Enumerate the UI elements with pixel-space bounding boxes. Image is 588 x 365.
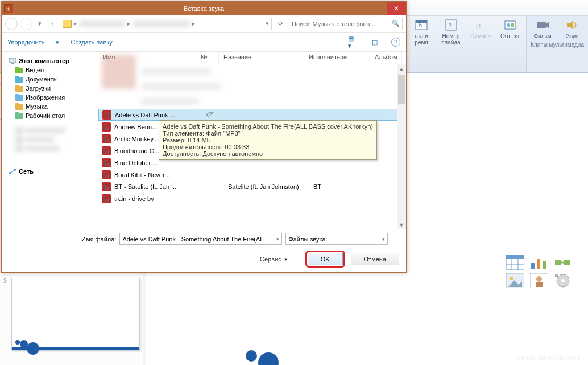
folder-icon <box>15 112 23 119</box>
filename-label: Имя файла: <box>81 236 116 243</box>
music-file-icon <box>102 146 111 155</box>
organize-menu[interactable]: Упорядочить <box>7 39 44 46</box>
file-row[interactable]: Boral Kibil - Never ... <box>98 169 406 181</box>
insert-sound-dialog: ⊞ Вставка звука ✕ ← → ▾ ↑ ▸ ▸ ▸ ▾ ⟳ 🔍 Уп… <box>1 1 407 273</box>
column-number[interactable]: № <box>196 52 219 64</box>
ribbon-movie-button[interactable]: Фильм <box>530 18 555 39</box>
folder-icon <box>63 20 72 28</box>
filename-combo[interactable]: Adele vs Daft Punk - Something About The… <box>119 233 282 245</box>
music-file-icon <box>102 122 111 132</box>
sidebar-item[interactable]: Документы <box>5 75 94 84</box>
svg-rect-9 <box>537 22 546 28</box>
file-name: Boral Kibil - Never ... <box>114 171 205 178</box>
file-name: Blue October ... <box>114 159 205 166</box>
preview-pane-button[interactable]: ◫ <box>370 37 380 47</box>
refresh-button[interactable]: ⟳ <box>274 18 287 30</box>
slide-thumbnail[interactable] <box>11 278 140 351</box>
sidebar-item[interactable]: Музыка <box>5 102 94 111</box>
sidebar-item[interactable]: Изображения <box>5 93 94 102</box>
svg-marker-11 <box>567 20 573 30</box>
svg-rect-40 <box>15 94 19 96</box>
breadcrumb-sep: ▸ <box>74 20 77 27</box>
ok-button[interactable]: OK <box>308 253 343 265</box>
file-name: BT - Satelite (ft. Jan ... <box>114 183 205 190</box>
folder-icon <box>15 103 23 110</box>
file-list: Имя № Название Исполнители Альбом Adele … <box>98 52 406 229</box>
svg-rect-34 <box>15 67 19 69</box>
column-album[interactable]: Альбом <box>370 52 402 64</box>
dialog-titlebar: ⊞ Вставка звука ✕ <box>2 2 406 15</box>
svg-point-7 <box>507 23 510 27</box>
file-tooltip: Adele vs Daft Punk - Something About The… <box>159 120 377 160</box>
search-box[interactable]: 🔍 <box>289 18 403 30</box>
address-bar[interactable]: ▸ ▸ ▸ ▾ <box>60 18 272 30</box>
sidebar: Этот компьютер ВидеоДокументыЗагрузкиИзо… <box>2 52 98 229</box>
ribbon-symbol-button[interactable]: Ω Символ <box>468 18 493 46</box>
folder-icon <box>15 76 23 83</box>
sidebar-computer[interactable]: Этот компьютер <box>5 56 94 65</box>
nav-history-button[interactable]: ▾ <box>35 19 45 29</box>
folder-icon <box>15 85 23 92</box>
search-input[interactable] <box>292 20 392 27</box>
svg-text:5: 5 <box>419 22 422 28</box>
ribbon-slidenumber-button[interactable]: # Номер слайда <box>438 18 463 46</box>
close-button[interactable]: ✕ <box>387 2 406 15</box>
sidebar-item-label: Документы <box>26 76 58 83</box>
nav-back-button[interactable]: ← <box>5 18 18 30</box>
sidebar-item[interactable]: Загрузки <box>5 84 94 93</box>
list-scrollbar[interactable]: ▲ ▼ <box>397 64 406 229</box>
view-mode-button[interactable]: ▤ ▾ <box>348 37 358 47</box>
svg-rect-17 <box>531 263 535 269</box>
music-file-icon <box>102 158 111 167</box>
svg-point-26 <box>536 276 542 282</box>
content-icon-picture[interactable] <box>506 273 524 288</box>
sidebar-item-label: Музыка <box>26 103 48 110</box>
service-menu[interactable]: Сервис ▼ <box>260 256 288 263</box>
filetype-combo[interactable]: Файлы звука ▾ <box>285 233 388 245</box>
svg-rect-44 <box>15 112 19 114</box>
column-title[interactable]: Название <box>219 52 304 64</box>
music-file-icon <box>102 110 111 120</box>
ribbon-object-button[interactable]: Объект <box>498 18 523 46</box>
svg-line-47 <box>11 170 14 173</box>
content-icon-smartart[interactable] <box>554 255 572 270</box>
svg-text:Ω: Ω <box>476 23 481 30</box>
filetype-value: Файлы звука <box>288 236 325 243</box>
sidebar-item-label: Изображения <box>26 94 65 101</box>
nav-forward-button[interactable]: → <box>20 18 32 30</box>
svg-text:#: # <box>448 22 452 28</box>
svg-point-23 <box>510 277 513 280</box>
file-name: Adele vs Daft Punk ... <box>115 112 206 118</box>
svg-rect-13 <box>506 255 524 259</box>
file-name: train - drive by <box>114 195 205 202</box>
svg-point-29 <box>561 279 565 282</box>
sidebar-item-label: Рабочий стол <box>26 112 65 119</box>
folder-icon <box>15 67 23 73</box>
cancel-button[interactable]: Отмена <box>351 253 399 265</box>
nav-up-button[interactable]: ↑ <box>47 19 57 29</box>
music-file-icon <box>102 194 111 203</box>
help-button[interactable]: ? <box>391 38 400 47</box>
watermark: FREE-OFFICE.NET <box>517 355 581 362</box>
ribbon-sound-button[interactable]: Звук <box>560 18 585 39</box>
svg-rect-36 <box>15 76 19 78</box>
search-icon: 🔍 <box>392 20 400 27</box>
file-row[interactable]: BT - Satelite (ft. Jan ... Satelite (ft.… <box>98 181 406 192</box>
sidebar-item[interactable]: Видео <box>5 65 94 75</box>
content-icon-clipart[interactable] <box>530 273 548 288</box>
file-row[interactable]: Adele vs Daft Punk ... x?' <box>98 109 406 121</box>
music-file-icon <box>102 170 111 179</box>
svg-rect-31 <box>9 58 16 63</box>
column-artist[interactable]: Исполнители <box>304 52 370 64</box>
svg-rect-42 <box>15 103 19 105</box>
content-icon-table[interactable] <box>506 255 524 270</box>
sidebar-item-label: Загрузки <box>26 85 51 92</box>
content-icon-chart[interactable] <box>530 255 548 270</box>
ribbon-datetime-button[interactable]: 5 ата и ремя <box>409 18 434 46</box>
sidebar-item[interactable]: Рабочий стол <box>5 111 94 120</box>
content-icon-media[interactable] <box>554 273 572 288</box>
sidebar-network[interactable]: Сеть <box>5 167 94 176</box>
dialog-title: Вставка звука <box>184 5 224 12</box>
file-row[interactable]: train - drive by <box>98 192 406 204</box>
newfolder-button[interactable]: Создать папку <box>71 39 112 46</box>
